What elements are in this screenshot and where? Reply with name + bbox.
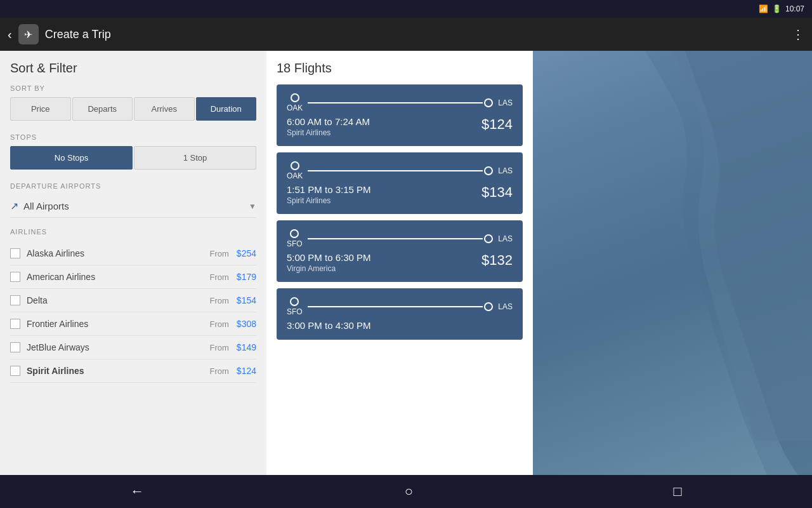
sort-by-label: SORT BY (10, 84, 256, 92)
flight-card-4[interactable]: SFO LAS 3:00 PM to 4:30 PM (277, 288, 523, 340)
airline-name-spirit: Spirit Airlines (27, 366, 204, 376)
airline-from-spirit: From (210, 366, 229, 376)
stops-buttons-group: No Stops 1 Stop (10, 146, 256, 170)
flight-info-1: 6:00 AM to 7:24 AM Spirit Airlines $124 (287, 116, 513, 137)
sort-filter-panel: Sort & Filter SORT BY Price Departs Arri… (0, 51, 266, 475)
app-icon: ✈ (18, 24, 39, 44)
flight-dest-code-2: LAS (498, 166, 513, 175)
flight-origin-4: SFO (287, 297, 303, 316)
flight-dest-2: LAS (498, 166, 513, 175)
route-circle-dest-1 (484, 98, 493, 107)
flight-details-2: 1:51 PM to 3:15 PM Spirit Airlines (287, 184, 371, 205)
airline-from-frontier: From (210, 319, 229, 329)
departure-airports-option[interactable]: ↗ All Airports ▼ (10, 195, 256, 218)
flight-price-2: $134 (481, 184, 513, 201)
bottom-nav: ← ○ □ (0, 475, 812, 508)
airline-checkbox-spirit[interactable] (10, 366, 20, 376)
flight-origin-2: OAK (287, 161, 303, 180)
one-stop-button[interactable]: 1 Stop (134, 146, 256, 170)
airline-price-jetblue: $149 (237, 342, 256, 352)
battery-icon: 🔋 (772, 4, 782, 13)
back-button[interactable]: ‹ (8, 27, 12, 42)
flight-details-3: 5:00 PM to 6:30 PM Virgin America (287, 252, 371, 273)
airline-item-alaska: Alaska Airlines From $254 (10, 242, 256, 265)
airline-from-delta: From (210, 296, 229, 305)
sort-departs-button[interactable]: Departs (72, 97, 133, 121)
airline-item-frontier: Frontier Airlines From $308 (10, 312, 256, 336)
flight-time-3: 5:00 PM to 6:30 PM (287, 252, 371, 263)
flight-route-1: OAK LAS (287, 93, 513, 112)
status-bar: 📶 🔋 10:07 (0, 0, 812, 18)
status-icons: 📶 🔋 10:07 (759, 4, 804, 13)
flight-dest-4: LAS (498, 302, 513, 311)
departure-arrow-icon: ↗ (10, 200, 18, 212)
sort-arrives-button[interactable]: Arrives (134, 97, 195, 121)
departure-airports-label: DEPARTURE AIRPORTS (10, 182, 256, 190)
airline-name-delta: Delta (27, 295, 204, 305)
route-dash-3 (308, 238, 483, 239)
airline-from-alaska: From (210, 249, 229, 258)
dropdown-arrow-icon: ▼ (249, 202, 256, 211)
flight-info-4: 3:00 PM to 4:30 PM (287, 320, 513, 331)
flight-price-3: $132 (481, 252, 513, 269)
airline-price-alaska: $254 (237, 248, 256, 258)
flight-origin-code-3: SFO (287, 239, 303, 248)
airline-checkbox-delta[interactable] (10, 295, 20, 305)
airline-item-delta: Delta From $154 (10, 289, 256, 312)
signal-icon: 📶 (759, 4, 768, 13)
airline-checkbox-alaska[interactable] (10, 248, 20, 258)
airline-item-american: American Airlines From $179 (10, 265, 256, 289)
airline-name-jetblue: JetBlue Airways (27, 342, 204, 352)
route-dash-1 (308, 102, 483, 104)
route-circle-origin-1 (291, 93, 299, 102)
airlines-label: AIRLINES (10, 228, 256, 236)
airline-from-american: From (210, 272, 229, 282)
route-circle-dest-4 (484, 302, 493, 311)
flight-card-2[interactable]: OAK LAS 1:51 PM to 3:15 PM Spirit Airlin… (277, 152, 523, 214)
nav-home-button[interactable]: ○ (405, 483, 413, 500)
flight-details-1: 6:00 AM to 7:24 AM Spirit Airlines (287, 116, 370, 137)
main-content: Sort & Filter SORT BY Price Departs Arri… (0, 51, 812, 475)
more-menu-button[interactable]: ⋮ (792, 27, 804, 42)
route-circle-dest-2 (484, 166, 493, 175)
airline-name-alaska: Alaska Airlines (27, 248, 204, 258)
flight-origin-code-2: OAK (287, 171, 303, 180)
stops-label: STOPS (10, 133, 256, 141)
flight-origin-3: SFO (287, 229, 303, 248)
flight-time-1: 6:00 AM to 7:24 AM (287, 116, 370, 127)
no-stops-button[interactable]: No Stops (10, 146, 133, 170)
flight-origin-1: OAK (287, 93, 303, 112)
airline-from-jetblue: From (210, 343, 229, 352)
flight-route-4: SFO LAS (287, 297, 513, 316)
route-line-3 (308, 234, 494, 243)
flight-route-2: OAK LAS (287, 161, 513, 180)
airline-price-frontier: $308 (237, 319, 256, 329)
sort-duration-button[interactable]: Duration (196, 97, 257, 121)
airline-item-jetblue: JetBlue Airways From $149 (10, 336, 256, 359)
flight-info-3: 5:00 PM to 6:30 PM Virgin America $132 (287, 252, 513, 273)
route-line-4 (308, 302, 494, 311)
panel-title: Sort & Filter (10, 61, 256, 76)
nav-back-button[interactable]: ← (130, 483, 144, 500)
airline-checkbox-jetblue[interactable] (10, 342, 20, 352)
route-dash-2 (308, 170, 483, 171)
flight-card-1[interactable]: OAK LAS 6:00 AM to 7:24 AM Spirit Airlin… (277, 84, 523, 146)
airline-price-delta: $154 (237, 295, 256, 305)
route-circle-origin-4 (290, 297, 299, 306)
sort-price-button[interactable]: Price (10, 97, 71, 121)
flight-dest-code-3: LAS (498, 234, 513, 243)
route-circle-dest-3 (484, 234, 493, 243)
airline-price-american: $179 (237, 272, 256, 282)
airline-checkbox-frontier[interactable] (10, 319, 20, 329)
airline-checkbox-american[interactable] (10, 272, 20, 282)
flight-price-1: $124 (481, 116, 513, 133)
route-line-1 (308, 98, 493, 107)
flight-airline-3: Virgin America (287, 264, 371, 273)
route-dash-4 (308, 306, 483, 307)
flight-time-4: 3:00 PM to 4:30 PM (287, 320, 371, 331)
flight-origin-code-1: OAK (287, 104, 303, 112)
departure-airports-value: All Airports (23, 201, 69, 211)
flight-card-3[interactable]: SFO LAS 5:00 PM to 6:30 PM Virgin Americ… (277, 220, 523, 282)
nav-recent-button[interactable]: □ (673, 483, 681, 500)
flight-dest-code-1: LAS (498, 98, 513, 107)
